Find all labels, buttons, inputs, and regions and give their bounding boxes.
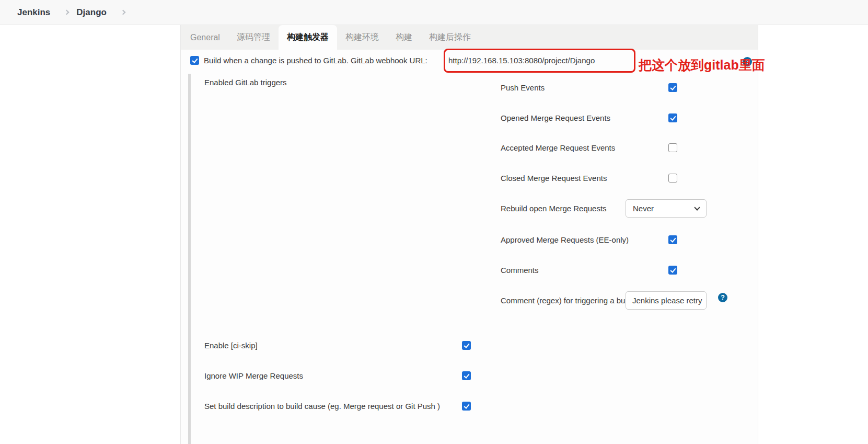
annotation-red-box <box>444 49 635 73</box>
jenkins-job-config-screen: Jenkins Django General源码管理构建触发器构建环境构建构建后… <box>0 0 868 444</box>
enable-ci-skip-checkbox[interactable] <box>462 341 471 350</box>
annotation-text: 把这个放到gitlab里面 <box>639 56 765 74</box>
help-icon[interactable]: ? <box>718 293 727 302</box>
set-build-description-checkbox[interactable] <box>462 402 471 411</box>
enabled-gitlab-triggers-label: Enabled GitLab triggers <box>204 77 287 88</box>
approved-merge-requests-label: Approved Merge Requests (EE-only) <box>501 234 629 246</box>
rebuild-open-merge-requests-select-value: Never <box>633 204 654 213</box>
build-triggers-content: Build when a change is pushed to GitLab.… <box>0 0 868 444</box>
closed-merge-request-events-label: Closed Merge Request Events <box>501 173 607 184</box>
ignore-wip-merge-requests-checkbox[interactable] <box>462 371 471 380</box>
push-events-label: Push Events <box>501 82 545 94</box>
nested-section-indent-bar <box>188 74 191 444</box>
accepted-merge-request-events-label: Accepted Merge Request Events <box>501 142 615 154</box>
ignore-wip-merge-requests-label: Ignore WIP Merge Requests <box>204 370 303 382</box>
chevron-down-icon <box>694 204 700 210</box>
opened-merge-request-events-checkbox[interactable] <box>668 113 677 122</box>
opened-merge-request-events-label: Opened Merge Request Events <box>501 112 610 124</box>
rebuild-open-merge-requests-label: Rebuild open Merge Requests <box>501 203 607 214</box>
approved-merge-requests-checkbox[interactable] <box>668 235 677 244</box>
comment-regex-input[interactable]: Jenkins please retry <box>626 291 707 310</box>
gitlab-webhook-trigger-checkbox[interactable] <box>190 56 199 65</box>
set-build-description-label: Set build description to build cause (eg… <box>204 401 440 412</box>
push-events-checkbox[interactable] <box>668 83 677 92</box>
rebuild-open-merge-requests-select[interactable]: Never <box>626 199 707 218</box>
gitlab-webhook-trigger-label: Build when a change is pushed to GitLab.… <box>204 55 427 66</box>
comment-regex-label: Comment (regex) for triggering a build <box>501 295 633 306</box>
accepted-merge-request-events-checkbox[interactable] <box>668 143 677 152</box>
comments-checkbox[interactable] <box>668 266 677 275</box>
comments-label: Comments <box>501 265 539 276</box>
enable-ci-skip-label: Enable [ci-skip] <box>204 340 258 351</box>
closed-merge-request-events-checkbox[interactable] <box>668 174 677 183</box>
